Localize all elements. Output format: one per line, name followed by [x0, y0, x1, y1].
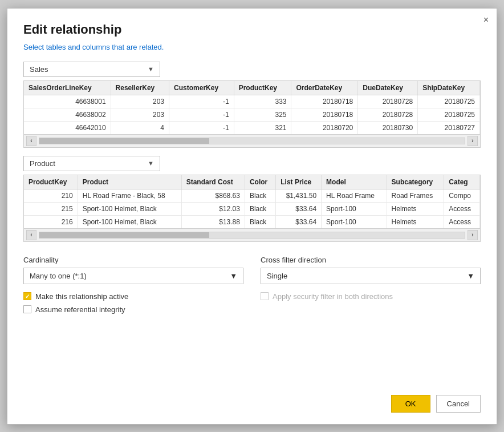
table2-col-product: Product: [78, 175, 181, 189]
table2-dropdown-arrow: ▼: [148, 160, 154, 167]
table1-scroll-right[interactable]: ›: [468, 136, 478, 146]
cell: Compo: [444, 189, 480, 202]
checkboxes-section: Make this relationship active Assume ref…: [23, 292, 481, 318]
cell: 20180718: [291, 95, 358, 108]
table1-scroll-left[interactable]: ‹: [26, 136, 36, 146]
cell: HL Road Frame - Black, 58: [78, 189, 181, 202]
table2-col-category: Categ: [444, 175, 480, 189]
table2-col-subcategory: Subcategory: [387, 175, 444, 189]
table1-dropdown-arrow: ▼: [148, 66, 154, 72]
cell: -1: [169, 95, 234, 108]
cell: 215: [24, 202, 78, 215]
right-checkboxes: Apply security filter in both directions: [261, 292, 481, 318]
cross-filter-value: Single: [267, 272, 287, 280]
cell: Black: [245, 189, 275, 202]
active-checkbox-row[interactable]: Make this relationship active: [23, 292, 243, 301]
cell: Helmets: [387, 202, 444, 215]
cell: $33.64: [276, 215, 322, 228]
cell: 20180718: [291, 108, 358, 121]
table1: SalesOrderLineKey ResellerKey CustomerKe…: [24, 81, 480, 134]
table2-scroll-right[interactable]: ›: [468, 230, 478, 240]
table1-wrapper: SalesOrderLineKey ResellerKey CustomerKe…: [23, 80, 481, 148]
active-checkbox-label: Make this relationship active: [35, 292, 128, 301]
table2: ProductKey Product Standard Cost Color L…: [24, 175, 480, 228]
buttons-row: OK Cancel: [23, 386, 481, 413]
cell: 203: [111, 108, 169, 121]
table1-col-resellerkey: ResellerKey: [111, 81, 169, 95]
security-checkbox-row: Apply security filter in both directions: [261, 292, 481, 301]
table2-wrapper: ProductKey Product Standard Cost Color L…: [23, 175, 481, 242]
table-row: 210 HL Road Frame - Black, 58 $868.63 Bl…: [24, 189, 480, 202]
integrity-checkbox-row[interactable]: Assume referential integrity: [23, 305, 243, 314]
table2-col-color: Color: [245, 175, 275, 189]
integrity-checkbox-label: Assume referential integrity: [35, 305, 125, 314]
table1-dropdown-value: Sales: [30, 65, 48, 74]
table1-col-salesorderlinekey: SalesOrderLineKey: [24, 81, 111, 95]
table-row: 46638002 203 -1 325 20180718 20180728 20…: [24, 108, 480, 121]
table1-scroll-thumb: [39, 138, 209, 144]
cross-filter-dropdown[interactable]: Single ▼: [261, 268, 481, 284]
dialog-title: Edit relationship: [23, 22, 481, 37]
security-checkbox[interactable]: [261, 292, 269, 300]
table2-dropdown[interactable]: Product ▼: [23, 156, 160, 171]
table1-header-row: SalesOrderLineKey ResellerKey CustomerKe…: [24, 81, 480, 95]
ok-button[interactable]: OK: [391, 395, 430, 413]
table2-dropdown-value: Product: [30, 159, 55, 168]
cell: 325: [234, 108, 291, 121]
dialog-subtitle: Select tables and columns that are relat…: [23, 43, 481, 51]
table2-col-model: Model: [322, 175, 387, 189]
table1-col-duedatekey: DueDateKey: [358, 81, 418, 95]
cell: $868.63: [181, 189, 245, 202]
cell: 20180728: [358, 95, 418, 108]
cell: Black: [245, 215, 275, 228]
cell: $13.88: [181, 215, 245, 228]
cardinality-arrow: ▼: [230, 272, 237, 280]
cross-filter-arrow: ▼: [467, 272, 474, 280]
cell: 20180725: [418, 95, 480, 108]
cell: -1: [169, 121, 234, 134]
close-button[interactable]: ×: [483, 15, 489, 25]
cell: 20180720: [291, 121, 358, 134]
cell: 20180725: [418, 108, 480, 121]
edit-relationship-dialog: × Edit relationship Select tables and co…: [7, 8, 497, 425]
table2-scroll-track[interactable]: [39, 232, 465, 239]
cell: Black: [245, 202, 275, 215]
cross-filter-label: Cross filter direction: [261, 256, 481, 264]
table2-scroll-left[interactable]: ‹: [26, 230, 36, 240]
table2-scroll-thumb: [39, 232, 209, 238]
table1-dropdown[interactable]: Sales ▼: [23, 62, 160, 77]
table1-col-shipdatekey: ShipDateKey: [418, 81, 480, 95]
table1-scroll-track[interactable]: [39, 138, 465, 144]
cardinality-value: Many to one (*:1): [30, 272, 87, 280]
table-row: 46642010 4 -1 321 20180720 20180730 2018…: [24, 121, 480, 134]
table2-col-listprice: List Price: [276, 175, 322, 189]
cell: Road Frames: [387, 189, 444, 202]
cell: 46638002: [24, 108, 111, 121]
table1-scrollbar: ‹ ›: [24, 134, 480, 147]
table2-section: Product ▼ ProductKey Product Standard Co…: [23, 156, 481, 242]
cell: Sport-100: [322, 215, 387, 228]
table-row: 46638001 203 -1 333 20180718 20180728 20…: [24, 95, 480, 108]
cell: 210: [24, 189, 78, 202]
cell: 333: [234, 95, 291, 108]
cell: Access: [444, 215, 480, 228]
cardinality-label: Cardinality: [23, 256, 243, 264]
integrity-checkbox[interactable]: [23, 305, 31, 313]
cell: 20180728: [358, 108, 418, 121]
table1-col-customerkey: CustomerKey: [169, 81, 234, 95]
active-checkbox[interactable]: [23, 292, 31, 300]
cell: HL Road Frame: [322, 189, 387, 202]
options-row: Cardinality Many to one (*:1) ▼ Cross fi…: [23, 256, 481, 284]
table2-col-productkey: ProductKey: [24, 175, 78, 189]
cell: Access: [444, 202, 480, 215]
cross-filter-group: Cross filter direction Single ▼: [261, 256, 481, 284]
cardinality-group: Cardinality Many to one (*:1) ▼: [23, 256, 243, 284]
cardinality-dropdown[interactable]: Many to one (*:1) ▼: [23, 268, 243, 284]
cell: 216: [24, 215, 78, 228]
cell: Sport-100 Helmet, Black: [78, 202, 181, 215]
cell: 321: [234, 121, 291, 134]
table-row: 215 Sport-100 Helmet, Black $12.03 Black…: [24, 202, 480, 215]
cell: 203: [111, 95, 169, 108]
cancel-button[interactable]: Cancel: [436, 395, 481, 413]
table-row: 216 Sport-100 Helmet, Black $13.88 Black…: [24, 215, 480, 228]
